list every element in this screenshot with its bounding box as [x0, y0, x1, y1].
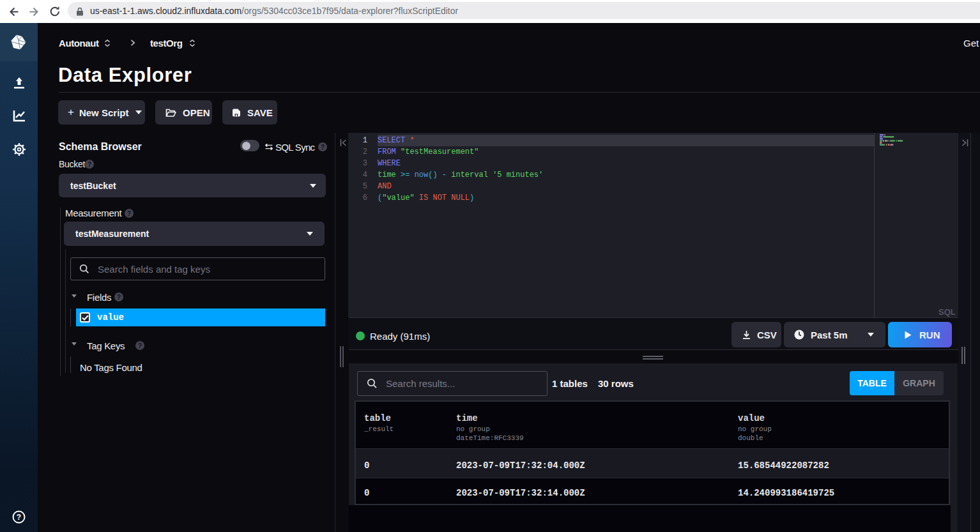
- svg-text:?: ?: [17, 513, 21, 522]
